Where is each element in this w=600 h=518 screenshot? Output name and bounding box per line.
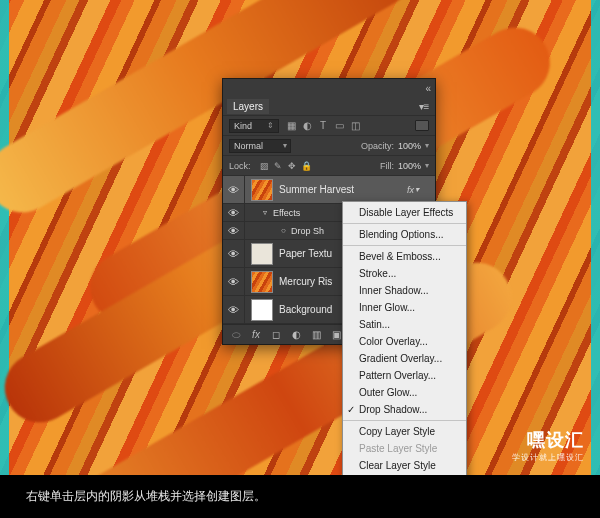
effect-name: Drop Sh [291,226,324,236]
new-group-icon[interactable]: ▥ [309,328,323,342]
cm-disable-layer-effects[interactable]: Disable Layer Effects [343,204,466,221]
layer-thumbnail[interactable] [251,179,273,201]
opacity-value[interactable]: 100% [398,141,421,151]
effects-twist-icon[interactable]: ▿ [263,208,273,217]
opacity-label: Opacity: [361,141,394,151]
cm-blending-options[interactable]: Blending Options... [343,226,466,243]
add-mask-icon[interactable]: ◻ [269,328,283,342]
fill-label: Fill: [380,161,394,171]
add-fx-icon[interactable]: fx [249,328,263,342]
layer-thumbnail[interactable] [251,243,273,265]
visibility-icon[interactable]: 👁 [223,222,245,239]
cm-stroke[interactable]: Stroke... [343,265,466,282]
fill-slider-caret-icon[interactable]: ▾ [425,161,429,170]
visibility-icon[interactable]: 👁 [223,240,245,267]
blend-mode-select[interactable]: Normal [229,139,291,153]
blend-mode-value: Normal [234,141,263,151]
cm-clear-layer-style[interactable]: Clear Layer Style [343,457,466,474]
cm-satin[interactable]: Satin... [343,316,466,333]
cm-separator [343,420,466,421]
watermark-tagline: 学设计就上嘿设汇 [512,452,584,463]
add-adjustment-icon[interactable]: ◐ [289,328,303,342]
cm-outer-glow[interactable]: Outer Glow... [343,384,466,401]
filter-toggle[interactable] [415,120,429,131]
lock-transparency-icon[interactable]: ▨ [259,160,270,171]
panel-collapse-icon[interactable]: « [425,83,431,94]
opacity-slider-caret-icon[interactable]: ▾ [425,141,429,150]
visibility-icon[interactable]: 👁 [223,296,245,323]
layer-thumbnail[interactable] [251,271,273,293]
cm-copy-layer-style[interactable]: Copy Layer Style [343,423,466,440]
blend-row: Normal Opacity: 100% ▾ [223,135,435,155]
cm-pattern-overlay[interactable]: Pattern Overlay... [343,367,466,384]
fill-value[interactable]: 100% [398,161,421,171]
cm-gradient-overlay[interactable]: Gradient Overlay... [343,350,466,367]
lock-row: Lock: ▨ ✎ ✥ 🔒 Fill: 100% ▾ [223,155,435,175]
lock-icons: ▨ ✎ ✥ 🔒 [259,160,312,171]
cm-color-overlay[interactable]: Color Overlay... [343,333,466,350]
filter-type-icon[interactable]: T [317,120,329,132]
layer-style-context-menu: Disable Layer Effects Blending Options..… [342,201,467,475]
effects-label: Effects [273,208,300,218]
panel-tabs: Layers ▾≡ [223,97,435,115]
tab-layers[interactable]: Layers [227,99,269,114]
panel-titlebar: « [223,79,435,97]
filter-kind-label: Kind [234,121,267,131]
cm-paste-layer-style: Paste Layer Style [343,440,466,457]
lock-position-icon[interactable]: ✥ [287,160,298,171]
lock-all-icon[interactable]: 🔒 [301,160,312,171]
cm-inner-shadow[interactable]: Inner Shadow... [343,282,466,299]
tutorial-caption: 右键单击层内的阴影从堆栈并选择创建图层。 [0,475,600,518]
link-layers-icon[interactable]: ⬭ [229,328,243,342]
layer-fx-badge[interactable]: fx▾ [407,185,435,195]
filter-adjust-icon[interactable]: ◐ [301,120,313,132]
filter-pixel-icon[interactable]: ▦ [285,120,297,132]
filter-icons: ▦ ◐ T ▭ ◫ [285,120,361,132]
visibility-icon[interactable]: 👁 [223,176,245,203]
filter-kind-select[interactable]: Kind ⇕ [229,119,279,133]
visibility-icon[interactable]: 👁 [223,204,245,221]
new-layer-icon[interactable]: ▣ [329,328,343,342]
layer-row-summer-harvest[interactable]: 👁 Summer Harvest fx▾ [223,176,435,204]
filter-row: Kind ⇕ ▦ ◐ T ▭ ◫ [223,115,435,135]
layer-thumbnail[interactable] [251,299,273,321]
watermark-logo-text: 嘿设汇 [512,428,584,452]
cm-drop-shadow[interactable]: Drop Shadow... [343,401,466,418]
cm-separator [343,223,466,224]
effect-bullet-icon: ○ [281,226,291,235]
canvas-background: « Layers ▾≡ Kind ⇕ ▦ ◐ T ▭ ◫ Normal [0,0,600,475]
visibility-icon[interactable]: 👁 [223,268,245,295]
cm-bevel-emboss[interactable]: Bevel & Emboss... [343,248,466,265]
cm-separator [343,245,466,246]
lock-image-icon[interactable]: ✎ [273,160,284,171]
panel-menu-icon[interactable]: ▾≡ [417,101,431,112]
layer-name: Summer Harvest [279,184,407,195]
filter-shape-icon[interactable]: ▭ [333,120,345,132]
cm-inner-glow[interactable]: Inner Glow... [343,299,466,316]
caption-text: 右键单击层内的阴影从堆栈并选择创建图层。 [26,488,266,505]
filter-smart-icon[interactable]: ◫ [349,120,361,132]
lock-label: Lock: [229,161,251,171]
watermark: 嘿设汇 学设计就上嘿设汇 [512,428,584,463]
